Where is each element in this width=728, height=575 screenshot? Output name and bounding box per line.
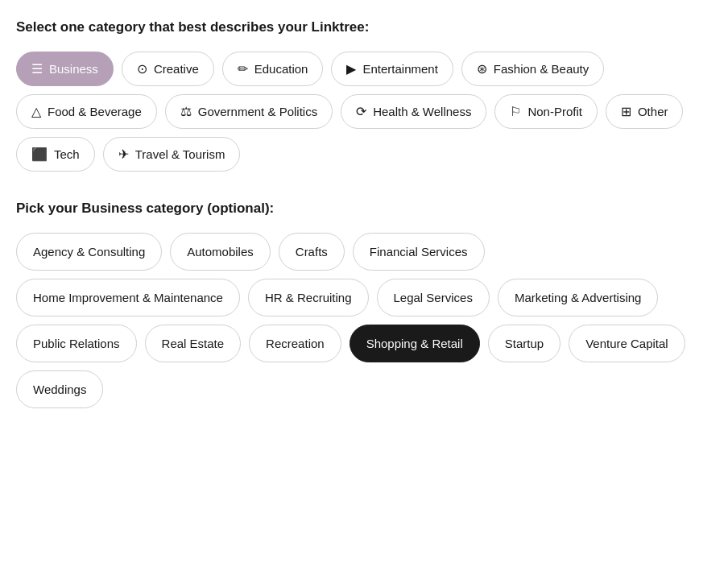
subcategory-label-home-improvement: Home Improvement & Maintenance — [33, 291, 223, 304]
subcategory-title: Pick your Business category (optional): — [16, 201, 712, 217]
subcategory-chip-crafts[interactable]: Crafts — [279, 233, 345, 271]
subcategory-label-automobiles: Automobiles — [187, 245, 254, 259]
subcategory-label-marketing-advertising: Marketing & Advertising — [515, 291, 642, 304]
subcategory-chip-real-estate[interactable]: Real Estate — [145, 325, 242, 362]
subcategory-label-recreation: Recreation — [266, 337, 325, 350]
subcategory-label-public-relations: Public Relations — [33, 337, 120, 350]
subcategory-chip-shopping-retail[interactable]: Shopping & Retail — [350, 325, 480, 362]
category-label-entertainment: Entertainment — [362, 62, 437, 76]
category-label-education: Education — [254, 62, 308, 76]
category-chip-food-beverage[interactable]: △Food & Beverage — [16, 94, 157, 129]
subcategory-chip-startup[interactable]: Startup — [488, 325, 560, 362]
categories-grid: ☰Business⊙Creative✏Education▶Entertainme… — [16, 52, 712, 172]
tech-icon: ⬛ — [31, 148, 48, 161]
fashion-beauty-icon: ⊛ — [477, 63, 487, 76]
category-chip-creative[interactable]: ⊙Creative — [122, 52, 214, 86]
subcategory-label-startup: Startup — [505, 337, 544, 350]
category-label-fashion-beauty: Fashion & Beauty — [494, 62, 589, 76]
category-chip-government-politics[interactable]: ⚖Government & Politics — [165, 94, 333, 129]
subcategory-label-financial-services: Financial Services — [370, 245, 468, 259]
subcategory-label-crafts: Crafts — [296, 245, 328, 259]
category-label-food-beverage: Food & Beverage — [48, 105, 142, 118]
health-wellness-icon: ⟳ — [356, 105, 366, 118]
category-chip-non-profit[interactable]: ⚐Non-Profit — [494, 94, 598, 129]
subcategory-chip-legal-services[interactable]: Legal Services — [377, 279, 490, 316]
subcategory-chip-hr-recruiting[interactable]: HR & Recruiting — [248, 279, 369, 316]
category-chip-other[interactable]: ⊞Other — [606, 94, 684, 129]
subcategory-chip-marketing-advertising[interactable]: Marketing & Advertising — [498, 279, 659, 316]
subcategory-chip-weddings[interactable]: Weddings — [16, 370, 103, 408]
subcategory-label-agency-consulting: Agency & Consulting — [33, 245, 145, 259]
travel-tourism-icon: ✈ — [118, 148, 129, 161]
category-label-business: Business — [49, 62, 98, 76]
subcategory-label-real-estate: Real Estate — [162, 337, 225, 350]
subcategory-chip-automobiles[interactable]: Automobiles — [170, 233, 271, 271]
other-icon: ⊞ — [621, 105, 631, 118]
business-icon: ☰ — [31, 63, 43, 76]
subcategory-label-legal-services: Legal Services — [394, 291, 473, 304]
entertainment-icon: ▶ — [346, 63, 356, 76]
subcategory-chip-recreation[interactable]: Recreation — [249, 325, 341, 362]
category-chip-business[interactable]: ☰Business — [16, 52, 114, 86]
category-label-tech: Tech — [54, 147, 80, 161]
category-label-government-politics: Government & Politics — [198, 105, 317, 118]
creative-icon: ⊙ — [137, 63, 147, 76]
category-chip-health-wellness[interactable]: ⟳Health & Wellness — [341, 94, 486, 129]
subcategory-label-shopping-retail: Shopping & Retail — [366, 337, 463, 350]
category-label-travel-tourism: Travel & Tourism — [135, 147, 225, 161]
subcategory-label-hr-recruiting: HR & Recruiting — [265, 291, 352, 304]
subcategory-chip-venture-capital[interactable]: Venture Capital — [569, 325, 685, 362]
food-beverage-icon: △ — [31, 105, 41, 118]
category-label-other: Other — [638, 105, 668, 118]
subcategory-label-weddings: Weddings — [33, 383, 86, 396]
subcategory-label-venture-capital: Venture Capital — [585, 337, 668, 350]
subcategory-chip-home-improvement[interactable]: Home Improvement & Maintenance — [16, 279, 240, 316]
subcategory-chip-agency-consulting[interactable]: Agency & Consulting — [16, 233, 162, 271]
government-politics-icon: ⚖ — [180, 105, 192, 118]
category-chip-entertainment[interactable]: ▶Entertainment — [331, 52, 453, 86]
category-chip-tech[interactable]: ⬛Tech — [16, 137, 95, 172]
category-chip-fashion-beauty[interactable]: ⊛Fashion & Beauty — [461, 52, 604, 86]
category-label-creative: Creative — [154, 62, 199, 76]
education-icon: ✏ — [238, 63, 248, 76]
subcategory-chip-public-relations[interactable]: Public Relations — [16, 325, 137, 362]
category-label-health-wellness: Health & Wellness — [373, 105, 471, 118]
non-profit-icon: ⚐ — [510, 105, 521, 118]
subcategories-grid: Agency & ConsultingAutomobilesCraftsFina… — [16, 233, 712, 408]
section-title: Select one category that best describes … — [16, 19, 712, 35]
category-label-non-profit: Non-Profit — [527, 105, 582, 118]
subcategory-chip-financial-services[interactable]: Financial Services — [353, 233, 485, 271]
category-chip-education[interactable]: ✏Education — [222, 52, 324, 86]
category-chip-travel-tourism[interactable]: ✈Travel & Tourism — [103, 137, 241, 172]
